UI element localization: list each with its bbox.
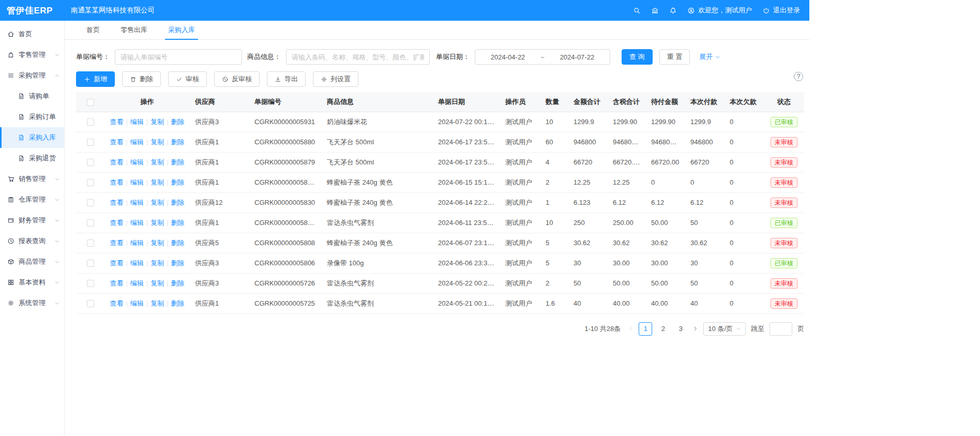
sidebar-item-purchase-inbound[interactable]: 采购入库: [0, 127, 64, 148]
sidebar-item-home[interactable]: 首页: [0, 24, 64, 44]
row-action-view[interactable]: 查看: [110, 158, 123, 166]
sidebar-item-purchase-order[interactable]: 采购订单: [0, 107, 64, 127]
select-all-checkbox[interactable]: [87, 99, 94, 106]
row-checkbox[interactable]: [87, 219, 94, 227]
tab-retail-outbound[interactable]: 零售出库: [113, 21, 155, 39]
search-button[interactable]: 查 询: [622, 49, 653, 65]
audit-button[interactable]: 审核: [168, 71, 207, 87]
table-row[interactable]: 查看|编辑|复制|删除供应商1CGRK00000005880飞天茅台 500ml…: [76, 132, 804, 152]
row-action-edit[interactable]: 编辑: [130, 239, 144, 247]
table-row[interactable]: 查看|编辑|复制|删除供应商1CGRK00000005879飞天茅台 500ml…: [76, 152, 804, 172]
table-row[interactable]: 查看|编辑|复制|删除供应商3CGRK00000005931奶油味爆米花2024…: [76, 112, 804, 132]
row-action-edit[interactable]: 编辑: [130, 259, 144, 267]
row-action-copy[interactable]: 复制: [150, 299, 164, 307]
column-settings-button[interactable]: 列设置: [313, 71, 358, 87]
row-action-delete[interactable]: 删除: [171, 299, 185, 307]
sidebar-item-retail[interactable]: 零售管理: [0, 44, 64, 65]
jump-page-input[interactable]: [770, 322, 792, 336]
table-row[interactable]: 查看|编辑|复制|删除供应商1CGRK00000005833[订]蜂蜜柚子茶 2…: [76, 172, 804, 192]
export-button[interactable]: 导出: [267, 71, 306, 87]
row-checkbox[interactable]: [87, 280, 94, 287]
row-action-delete[interactable]: 删除: [171, 279, 185, 287]
page-button-3[interactable]: 3: [674, 322, 687, 336]
logout-button[interactable]: 退出登录: [762, 6, 800, 15]
row-checkbox[interactable]: [87, 159, 94, 166]
row-checkbox[interactable]: [87, 179, 94, 186]
row-action-edit[interactable]: 编辑: [130, 199, 144, 206]
row-action-edit[interactable]: 编辑: [130, 299, 144, 307]
bill-no-input[interactable]: [115, 49, 242, 65]
row-action-copy[interactable]: 复制: [150, 178, 164, 186]
row-action-edit[interactable]: 编辑: [130, 158, 144, 166]
search-icon[interactable]: [633, 7, 641, 14]
row-action-edit[interactable]: 编辑: [130, 118, 144, 126]
row-checkbox[interactable]: [87, 118, 94, 126]
tab-home[interactable]: 首页: [79, 21, 107, 39]
row-checkbox[interactable]: [87, 199, 94, 206]
table-row[interactable]: 查看|编辑|复制|删除供应商1CGRK00000005816[订]雷达杀虫气雾剂…: [76, 213, 804, 233]
row-action-delete[interactable]: 删除: [171, 199, 185, 206]
sidebar-item-sales[interactable]: 销售管理: [0, 169, 64, 189]
row-action-delete[interactable]: 删除: [171, 178, 185, 186]
sidebar-item-basic[interactable]: 基本资料: [0, 272, 64, 293]
page-size-select[interactable]: 10 条/页: [703, 322, 746, 336]
row-action-view[interactable]: 查看: [110, 199, 123, 206]
row-action-delete[interactable]: 删除: [171, 138, 185, 146]
row-action-copy[interactable]: 复制: [150, 138, 164, 146]
reset-button[interactable]: 重 置: [659, 49, 690, 65]
row-checkbox[interactable]: [87, 139, 94, 146]
table-row[interactable]: 查看|编辑|复制|删除供应商12CGRK00000005830蜂蜜柚子茶 240…: [76, 192, 804, 213]
sidebar-item-finance[interactable]: 财务管理: [0, 210, 64, 231]
row-action-view[interactable]: 查看: [110, 118, 123, 126]
row-action-delete[interactable]: 删除: [171, 239, 185, 247]
row-action-view[interactable]: 查看: [110, 219, 123, 227]
page-button-1[interactable]: 1: [639, 322, 652, 336]
page-button-2[interactable]: 2: [656, 322, 670, 336]
date-to[interactable]: 2024-07-22: [545, 53, 610, 61]
table-row[interactable]: 查看|编辑|复制|删除供应商1CGRK00000005725雷达杀虫气雾剂202…: [76, 293, 804, 313]
user-welcome[interactable]: 欢迎您，测试用户: [687, 6, 752, 15]
row-action-delete[interactable]: 删除: [171, 158, 185, 166]
row-checkbox[interactable]: [87, 239, 94, 247]
row-action-copy[interactable]: 复制: [150, 279, 164, 287]
row-checkbox[interactable]: [87, 260, 94, 267]
sidebar-item-purchase-return[interactable]: 采购退货: [0, 148, 64, 169]
row-action-copy[interactable]: 复制: [150, 259, 164, 267]
row-action-edit[interactable]: 编辑: [130, 138, 144, 146]
row-action-copy[interactable]: 复制: [150, 219, 164, 227]
row-action-edit[interactable]: 编辑: [130, 219, 144, 227]
row-action-view[interactable]: 查看: [110, 259, 123, 267]
table-row[interactable]: 查看|编辑|复制|删除供应商5CGRK00000005808蜂蜜柚子茶 240g…: [76, 233, 804, 253]
row-action-delete[interactable]: 删除: [171, 259, 185, 267]
row-action-view[interactable]: 查看: [110, 138, 123, 146]
product-input[interactable]: [286, 49, 430, 65]
sidebar-item-system[interactable]: 系统管理: [0, 293, 64, 313]
table-row[interactable]: 查看|编辑|复制|删除供应商3CGRK00000005806录像带 100g20…: [76, 253, 804, 273]
row-action-view[interactable]: 查看: [110, 299, 123, 307]
add-button[interactable]: 新增: [76, 71, 115, 87]
unaudit-button[interactable]: 反审核: [214, 71, 260, 87]
sidebar-item-warehouse[interactable]: 仓库管理: [0, 189, 64, 210]
row-action-delete[interactable]: 删除: [171, 118, 185, 126]
row-checkbox[interactable]: [87, 300, 94, 307]
tab-purchase-inbound[interactable]: 采购入库: [161, 21, 202, 39]
row-action-copy[interactable]: 复制: [150, 118, 164, 126]
row-action-delete[interactable]: 删除: [171, 219, 185, 227]
sidebar-item-purchase-request[interactable]: 请购单: [0, 86, 64, 107]
date-range-picker[interactable]: 2024-04-22 ~ 2024-07-22: [475, 49, 610, 65]
expand-toggle[interactable]: 展开: [699, 52, 720, 62]
row-action-copy[interactable]: 复制: [150, 239, 164, 247]
date-from[interactable]: 2024-04-22: [475, 53, 540, 61]
chevron-right-icon[interactable]: [692, 326, 698, 332]
row-action-view[interactable]: 查看: [110, 279, 123, 287]
bell-icon[interactable]: [669, 7, 677, 14]
bank-icon[interactable]: [651, 7, 659, 14]
row-action-view[interactable]: 查看: [110, 178, 123, 186]
chevron-left-icon[interactable]: [628, 326, 634, 332]
sidebar-item-goods[interactable]: 商品管理: [0, 251, 64, 272]
row-action-edit[interactable]: 编辑: [130, 178, 144, 186]
row-action-copy[interactable]: 复制: [150, 158, 164, 166]
help-icon[interactable]: ?: [794, 72, 803, 81]
sidebar-item-purchase[interactable]: 采购管理: [0, 65, 64, 86]
row-action-view[interactable]: 查看: [110, 239, 123, 247]
